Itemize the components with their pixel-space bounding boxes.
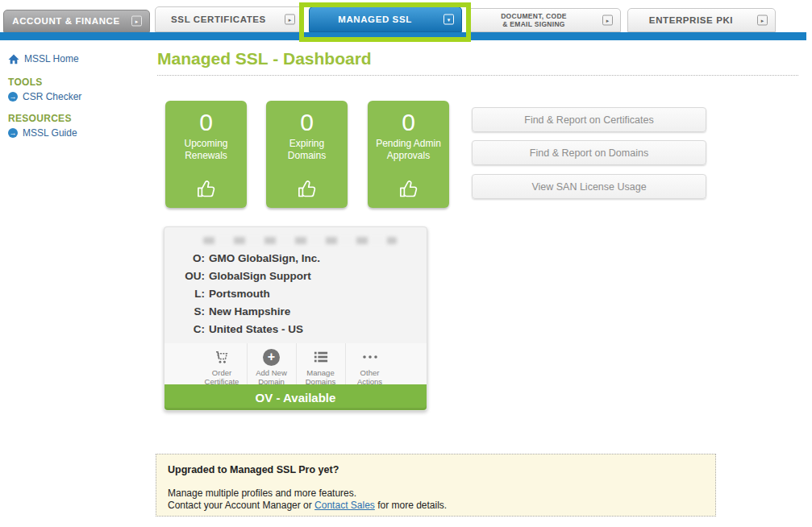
manage-domains-action[interactable]: Manage Domains [296,343,345,386]
tab-managed-ssl[interactable]: MANAGED SSL ▾ [309,6,462,32]
expand-right-icon[interactable]: ▸ [602,15,613,26]
order-certificate-action[interactable]: Order Certificate [198,343,247,386]
profile-field-state: S: New Hampshire [176,305,290,317]
stat-card-upcoming-renewals[interactable]: 0 Upcoming Renewals [165,101,247,208]
contact-sales-link[interactable]: Contact Sales [314,500,375,511]
plus-circle-icon: + [248,348,296,366]
thumbs-up-icon [397,178,421,200]
tab-label: ACCOUNT & FINANCE [4,16,128,26]
profile-card: O: GMO GlobalSign, Inc. OU: GlobalSign S… [164,226,427,411]
sidebar-item-csr-checker[interactable]: → CSR Checker [8,91,81,102]
upgrade-notice: Upgraded to Managed SSL Pro yet? Manage … [156,454,716,517]
tab-account-finance[interactable]: ACCOUNT & FINANCE ▸ [3,10,150,32]
find-report-domains-button[interactable]: Find & Report on Domains [472,140,706,165]
other-actions-action[interactable]: Other Actions [345,343,394,386]
stat-value: 0 [368,109,449,136]
expand-down-icon[interactable]: ▾ [443,15,454,25]
home-icon [8,54,19,64]
tab-enterprise-pki[interactable]: ENTERPRISE PKI ▸ [627,8,776,32]
notice-line2: Contact your Account Manager or Contact … [168,500,704,512]
sidebar-item-mssl-home[interactable]: MSSL Home [8,53,79,64]
add-new-domain-action[interactable]: + Add New Domain [247,343,296,386]
action-label: Add New Domain [248,368,296,386]
action-label: Manage Domains [297,368,345,386]
stat-card-pending-admin-approvals[interactable]: 0 Pending Admin Approvals [368,101,449,208]
tab-ssl-certificates[interactable]: SSL CERTIFICATES ▸ [155,6,303,32]
sidebar-link-label: MSSL Guide [23,127,77,139]
thumbs-up-icon [295,178,319,200]
stat-label: Expiring Domains [273,138,341,162]
arrow-circle-icon: → [8,128,18,138]
expand-right-icon[interactable]: ▸ [757,15,768,26]
stat-value: 0 [266,109,348,136]
expand-right-icon[interactable]: ▸ [285,15,295,25]
profile-status-banner: OV - Available [164,384,427,410]
managed-ssl-dashboard-page: ACCOUNT & FINANCE ▸ SSL CERTIFICATES ▸ M… [0,0,812,527]
stat-label: Pending Admin Approvals [374,138,443,162]
stat-value: 0 [165,109,247,136]
find-report-certificates-button[interactable]: Find & Report on Certificates [472,107,706,132]
notice-heading: Upgraded to Managed SSL Pro yet? [168,464,704,475]
stat-card-expiring-domains[interactable]: 0 Expiring Domains [266,101,348,208]
tab-document-code-email-signing[interactable]: DOCUMENT, CODE & EMAIL SIGNING ▸ [468,8,621,32]
page-title: Managed SSL - Dashboard [157,49,372,68]
profile-actions-strip: Order Certificate + Add New Domain [164,343,427,386]
tab-label: ENTERPRISE PKI [628,15,754,25]
sidebar-section-tools: TOOLS [8,77,43,88]
title-separator [157,75,798,76]
ellipsis-icon [346,348,394,366]
expand-right-icon[interactable]: ▸ [131,16,142,27]
action-label: Other Actions [346,368,394,386]
sidebar-link-label: CSR Checker [23,91,81,102]
thumbs-up-icon [194,178,219,200]
cart-icon [198,348,247,366]
arrow-circle-icon: → [8,92,18,102]
view-san-license-usage-button[interactable]: View SAN License Usage [472,174,706,199]
redacted-profile-id [203,237,397,244]
action-label: Order Certificate [198,368,247,386]
tab-label: SSL CERTIFICATES [156,15,281,24]
notice-line1: Manage multiple profiles and more featur… [168,488,704,500]
profile-field-locality: L: Portsmouth [176,288,270,300]
tab-label: MANAGED SSL [310,15,440,24]
profile-field-country: C: United States - US [176,323,303,335]
tab-label: DOCUMENT, CODE & EMAIL SIGNING [468,12,599,28]
sidebar-section-resources: RESOURCES [8,113,72,124]
list-icon [297,348,345,366]
stat-label: Upcoming Renewals [172,138,240,162]
sidebar-home-label: MSSL Home [24,53,79,64]
active-tab-underline-bar [0,32,806,40]
profile-field-organizational-unit: OU: GlobalSign Support [176,270,311,282]
profile-field-organization: O: GMO GlobalSign, Inc. [176,252,320,264]
sidebar-item-mssl-guide[interactable]: → MSSL Guide [8,127,77,139]
